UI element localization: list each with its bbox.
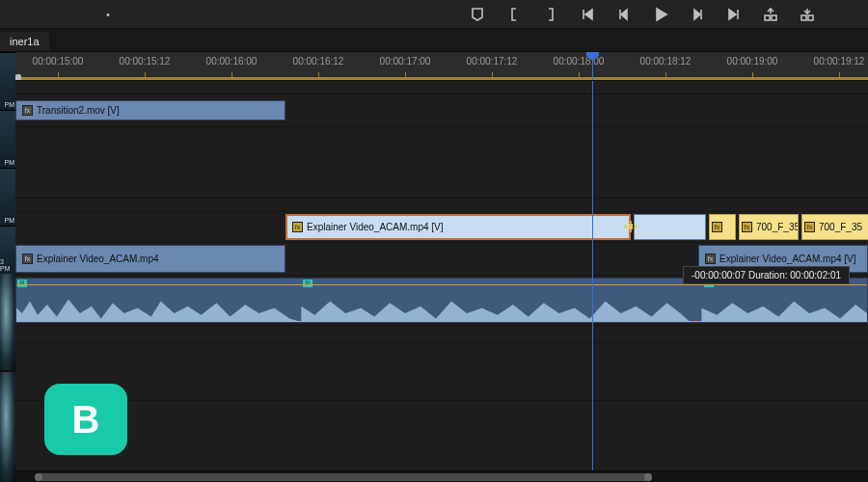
snap-toggle[interactable]: • — [106, 9, 110, 20]
thumb-time: PM — [5, 217, 15, 224]
svg-rect-2 — [801, 15, 806, 20]
thumb-time: 3 PM — [0, 258, 14, 272]
clip-label: Explainer Video_ACAM.mp4 [V] — [719, 254, 856, 264]
fx-badge-icon: fx — [742, 222, 752, 232]
track-v3[interactable]: fx Transition2.mov [V] — [0, 94, 868, 127]
fx-badge-icon: fx — [712, 222, 722, 232]
step-back-icon[interactable] — [613, 4, 635, 25]
slip-cursor-icon — [624, 220, 637, 233]
fx-badge-icon: fx — [292, 222, 303, 232]
timecode-ruler[interactable]: 00:00:15:0000:00:15:1200:00:16:0000:00:1… — [0, 52, 868, 81]
step-forward-icon[interactable] — [687, 4, 708, 25]
in-bracket-icon[interactable] — [503, 4, 525, 25]
source-thumbnail-strip: PM PM PM 3 PM — [0, 52, 15, 482]
timeline-scrollbar[interactable] — [15, 470, 868, 482]
program-toolbar: • — [0, 0, 868, 29]
svg-rect-4 — [629, 224, 633, 229]
fx-badge-icon: fx — [804, 222, 815, 232]
clip-label: Explainer Video_ACAM.mp4 — [37, 254, 159, 264]
waveform — [16, 296, 867, 322]
track-v1[interactable]: fx Explainer Video_ACAM.mp4 [V] fx fx 70… — [0, 212, 868, 243]
fx-badge-icon: fx — [705, 254, 716, 264]
sequence-tab[interactable]: iner1a — [0, 32, 49, 51]
media-thumbnail[interactable] — [0, 274, 15, 370]
svg-rect-0 — [765, 15, 770, 20]
clip-selected[interactable]: fx Explainer Video_ACAM.mp4 [V] — [285, 214, 631, 240]
thumb-time: PM — [5, 101, 15, 108]
extract-icon[interactable] — [797, 4, 818, 25]
media-thumbnail[interactable] — [0, 372, 15, 482]
timeline-tracks: fx Transition2.mov [V] fx Explainer Vide… — [0, 81, 868, 482]
go-to-in-icon[interactable] — [577, 4, 598, 25]
clip-yellow-c[interactable]: fx 700_F_35 — [801, 214, 868, 240]
clip-label: Explainer Video_ACAM.mp4 [V] — [307, 222, 444, 232]
trim-tooltip: -00:00:00:07 Duration: 00:00:02:01 — [683, 266, 850, 284]
svg-rect-1 — [772, 15, 776, 20]
svg-rect-3 — [808, 15, 813, 20]
b-badge-letter: B — [72, 398, 100, 442]
clip-transition[interactable]: fx Transition2.mov [V] — [15, 100, 285, 120]
audio-clip[interactable]: R R R — [15, 278, 868, 323]
go-to-out-icon[interactable] — [723, 4, 745, 25]
play-icon[interactable] — [650, 4, 671, 25]
clip-tail[interactable] — [634, 214, 706, 240]
marker-icon[interactable] — [467, 4, 488, 25]
fx-badge-icon: fx — [22, 105, 33, 116]
audio-marker: R — [16, 279, 28, 288]
clip-label: Transition2.mov [V] — [37, 105, 120, 116]
thumb-time: PM — [5, 159, 15, 166]
rubber-band[interactable] — [16, 284, 867, 285]
clip-label: 700_F_35 — [819, 222, 862, 232]
fx-badge-icon: fx — [22, 254, 33, 264]
lift-icon[interactable] — [760, 4, 781, 25]
track-v2[interactable] — [0, 127, 868, 199]
audio-marker: R — [302, 279, 313, 288]
clip-label: 700_F_35 — [756, 222, 799, 232]
clip-yellow-b[interactable]: fx 700_F_35 — [739, 214, 799, 240]
b-badge: B — [44, 384, 127, 455]
clip-below[interactable]: fx Explainer Video_ACAM.mp4 — [15, 245, 285, 273]
clip-yellow-a[interactable]: fx — [709, 214, 736, 240]
sequence-tab-bar: iner1a — [0, 29, 868, 52]
out-bracket-icon[interactable] — [540, 4, 561, 25]
track-a2[interactable] — [0, 326, 868, 343]
playhead[interactable] — [592, 52, 593, 81]
playhead-line[interactable] — [592, 81, 593, 482]
